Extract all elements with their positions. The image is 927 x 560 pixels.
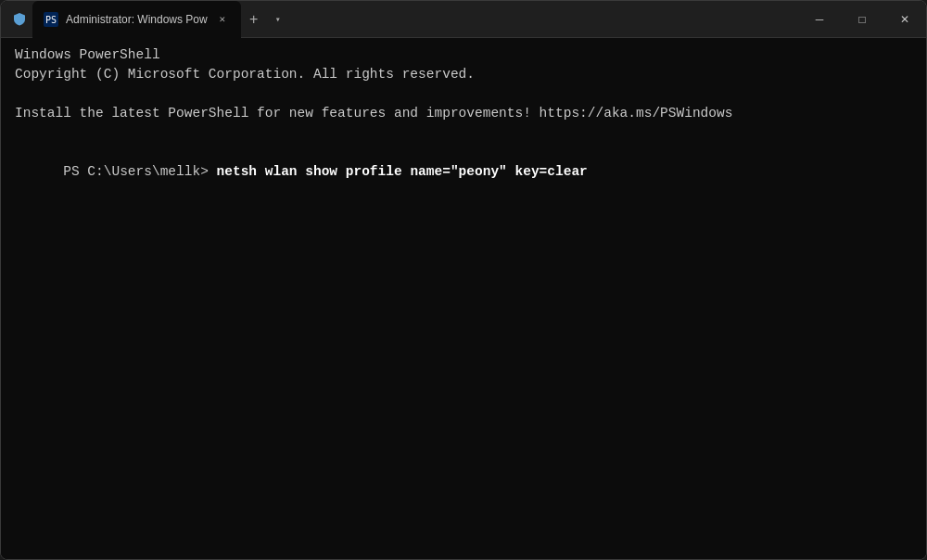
tab-close-button[interactable]: ✕ xyxy=(215,12,230,27)
terminal-command: netsh wlan show profile name="peony" key… xyxy=(217,164,588,179)
maximize-button[interactable]: □ xyxy=(841,1,883,37)
tab-title-text: Administrator: Windows Pow xyxy=(66,13,208,26)
tab-dropdown-button[interactable]: ▾ xyxy=(267,8,289,31)
shield-icon xyxy=(10,10,29,29)
svg-text:PS: PS xyxy=(45,15,57,25)
terminal-line-5 xyxy=(15,123,912,143)
window-controls: ─ □ ✕ xyxy=(798,1,926,37)
powershell-tab-icon: PS xyxy=(44,12,58,27)
terminal-line-1: Windows PowerShell xyxy=(15,45,912,65)
active-tab[interactable]: PS Administrator: Windows Pow ✕ xyxy=(32,1,241,38)
titlebar: PS Administrator: Windows Pow ✕ + ▾ ─ □ … xyxy=(1,1,926,38)
terminal-line-3 xyxy=(15,84,912,104)
close-button[interactable]: ✕ xyxy=(883,1,926,37)
terminal-body[interactable]: Windows PowerShell Copyright (C) Microso… xyxy=(1,38,926,559)
terminal-line-6: PS C:\Users\mellk> netsh wlan show profi… xyxy=(15,143,912,201)
new-tab-button[interactable]: + xyxy=(241,6,267,32)
minimize-button[interactable]: ─ xyxy=(798,1,841,37)
terminal-prompt: PS C:\Users\mellk> xyxy=(63,164,216,179)
terminal-window: PS Administrator: Windows Pow ✕ + ▾ ─ □ … xyxy=(0,0,927,560)
terminal-line-2: Copyright (C) Microsoft Corporation. All… xyxy=(15,65,912,84)
terminal-line-4: Install the latest PowerShell for new fe… xyxy=(15,104,912,123)
